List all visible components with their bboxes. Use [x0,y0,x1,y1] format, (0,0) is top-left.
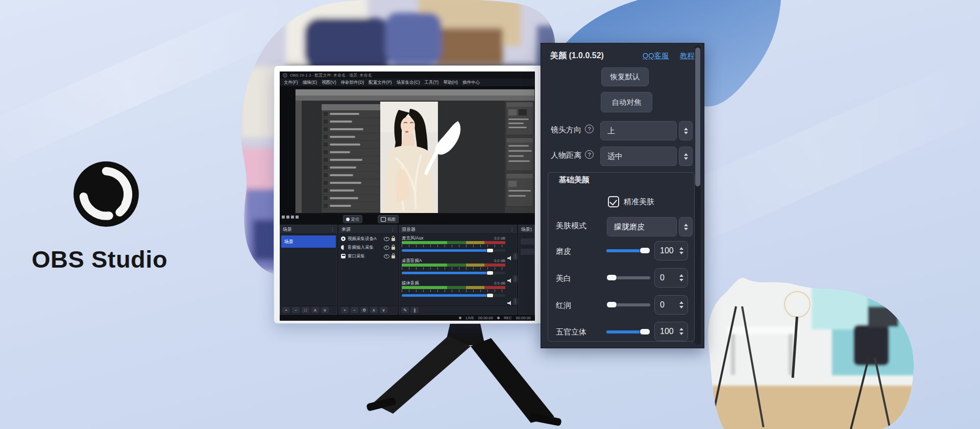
skin-mode-select[interactable]: 朦胧磨皮 [607,217,677,236]
audio-mixer-dock: 混音器⋮ 麦克风/Aux0.0 dB ⋮ 桌面音频A0.0 dB ⋮ 媒体音频0… [399,225,517,315]
lens-direction-select[interactable]: 上 [600,121,677,140]
beauty-plugin-panel: 美颜 (1.0.0.52) QQ客服 教程 恢复默认 自动对焦 镜头方向 ? 上… [541,43,704,348]
scene-item-selected[interactable]: 场景 [281,235,336,248]
audio-input-icon [341,245,346,250]
smoothing-value-stepper[interactable]: 100 [654,241,688,260]
person-distance-stepper[interactable] [679,147,693,166]
panel-scrollbar[interactable] [695,45,701,345]
precise-skin-checkbox[interactable] [608,196,619,207]
window-icon [381,217,386,222]
speaker-icon[interactable] [507,301,512,305]
rosy-slider[interactable] [606,303,650,306]
speaker-icon[interactable] [507,278,512,283]
restore-defaults-button[interactable]: 恢复默认 [601,67,649,86]
live-indicator-icon [459,317,461,319]
dock-menu-icon[interactable]: ⋮ [510,227,514,232]
lens-direction-stepper[interactable] [679,121,693,140]
menu-tools[interactable]: 工具(T) [425,80,439,86]
tutorial-link[interactable]: 教程 [680,51,695,61]
menu-profile[interactable]: 配置文件(P) [369,80,391,86]
dock-menu-icon[interactable]: ⋮ [390,227,395,232]
transition-select[interactable] [521,239,535,245]
visibility-eye-icon[interactable] [384,237,389,241]
scene-filters-button[interactable]: □ [302,307,309,313]
person-distance-label: 人物距离 [551,151,581,160]
obs-menubar: 文件(F) 编辑(E) 视图(V) 停靠部件(D) 配置文件(P) 场景集合(C… [280,79,535,87]
dock-menu-icon[interactable]: ⋮ [330,227,334,232]
sources-dock-title: 来源 [341,226,351,233]
scene-down-button[interactable]: ∨ [321,307,329,313]
ps-right-panels [504,101,534,213]
scenes-dock: 场景⋮ 场景 + − □ ∧ ∨ [280,225,337,315]
source-item[interactable]: 窗口采集 [339,252,397,260]
volume-meter [402,241,505,244]
sources-toolbar: + − ⚙ ∧ ∨ [339,305,397,314]
speaker-icon[interactable] [507,256,512,260]
rec-indicator-icon [497,317,500,319]
menu-view[interactable]: 视图(V) [322,80,336,86]
transition-duration[interactable] [521,249,535,255]
menu-plugin-center[interactable]: 插件中心 [462,80,480,86]
source-up-button[interactable]: ∧ [370,307,378,313]
visibility-eye-icon[interactable] [384,246,389,250]
lock-icon[interactable] [391,255,395,258]
mixer-edit-button[interactable]: ✎ [401,307,409,313]
source-properties-button[interactable]: ⚙ [360,307,368,313]
basic-beauty-group-title: 基础美颜 [559,175,590,185]
smoothing-slider[interactable] [606,249,650,252]
db-value: 0.0 dB [494,236,505,241]
menu-docks[interactable]: 停靠部件(D) [341,80,364,86]
preview-corner-icons [282,216,299,219]
lock-icon[interactable] [391,238,395,241]
volume-slider[interactable] [402,294,505,297]
autofocus-button[interactable]: 自动对焦 [601,92,652,112]
menu-help[interactable]: 帮助(H) [443,80,458,86]
preview-snapshot-label: 截图 [387,217,396,222]
facial-3d-value-stepper[interactable]: 100 [654,322,688,341]
rec-time: 00:00:00 [516,316,531,320]
menu-scene-collection[interactable]: 场景集合(C) [397,80,420,86]
obs-preview[interactable] [280,87,535,213]
remove-scene-button[interactable]: − [292,307,300,313]
obs-titlebar: OBS 29.1.3 - 配置文件: 未命名 - 场景: 未命名 [280,72,535,79]
preview-locate-button[interactable]: 定位 [343,215,362,223]
help-icon[interactable]: ? [585,125,594,133]
whitening-value-stepper[interactable]: 0 [654,268,688,288]
source-item[interactable]: 视频采集设备A [339,234,397,243]
add-scene-button[interactable]: + [282,307,290,313]
menu-file[interactable]: 文件(F) [284,80,298,86]
mixer-dock-title: 混音器 [402,226,415,233]
source-item[interactable]: 音频输入采集 [339,243,397,252]
skin-mode-stepper[interactable] [679,217,693,236]
obs-logo [71,159,141,229]
volume-slider[interactable] [402,249,505,252]
remove-source-button[interactable]: − [351,307,358,313]
window-capture-icon [341,254,346,258]
channel-options-button[interactable]: ⋮ [513,253,518,260]
live-label: LIVE [465,316,474,320]
whitening-label: 美白 [556,274,571,283]
paintbrush-graphic [421,119,467,178]
visibility-eye-icon[interactable] [384,254,389,258]
scene-up-button[interactable]: ∧ [311,307,319,313]
channel-options-button[interactable]: ⋮ [513,275,518,282]
help-icon[interactable]: ? [585,150,594,159]
source-down-button[interactable]: ∨ [380,307,387,313]
person-distance-select[interactable]: 适中 [600,147,677,166]
panel-scrollbar-thumb[interactable] [695,47,700,186]
rosy-value-stepper[interactable]: 0 [654,295,688,315]
mixer-channel: 媒体音频0.0 dB [402,280,505,297]
facial-3d-slider[interactable] [606,330,650,333]
lock-icon[interactable] [391,247,395,250]
menu-edit[interactable]: 编辑(E) [303,80,317,86]
add-source-button[interactable]: + [341,307,349,313]
monitor-stand [357,316,572,429]
beauty-panel-title: 美颜 (1.0.0.52) [550,51,604,61]
preview-snapshot-button[interactable]: 截图 [378,215,399,223]
rosy-label: 红润 [556,301,571,311]
whitening-slider[interactable] [606,276,650,279]
qq-support-link[interactable]: QQ客服 [643,51,669,61]
mixer-advanced-button[interactable]: ❙ [411,307,419,313]
channel-options-button[interactable]: ⋮ [513,298,518,305]
volume-slider[interactable] [402,272,505,274]
